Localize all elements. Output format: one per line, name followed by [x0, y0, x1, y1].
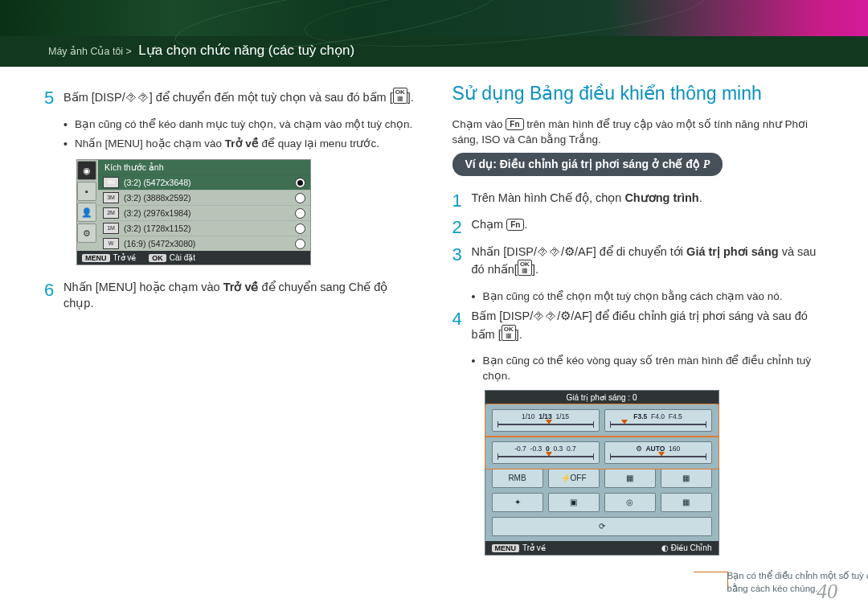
bullet: Bạn cũng có thể kéo vòng quay số trên mà… [472, 354, 825, 383]
section-heading: Sử dụng Bảng điều khiển thông minh [452, 83, 825, 105]
af-key: AF [574, 310, 589, 322]
size-icon: 1M [103, 223, 119, 234]
size-label: (3:2) (1728x1152) [124, 223, 190, 233]
image-size-menu: ◉ ▪ 👤 ⚙ Kích thước ảnh 5M(3:2) (5472x364… [76, 159, 311, 265]
gear-key: ⚙ [564, 245, 575, 258]
menu-row: W(16:9) (5472x3080) [98, 236, 310, 251]
menu-row: 3M(3:2) (3888x2592) [98, 190, 310, 205]
disp-key: DISP [95, 91, 122, 104]
size-label: (3:2) (3888x2592) [124, 193, 190, 203]
intro-text: Chạm vào Fn trên màn hình để truy cập và… [452, 117, 825, 148]
size-icon: 5M [103, 177, 119, 188]
ev-scale: -0.7 -0.3 0 0.3 0.7 [492, 441, 600, 464]
scale-row: 1/10 1/13 1/15 F3.5 F4.0 F4.5 [485, 404, 719, 437]
panel-button: ▦ [661, 469, 712, 488]
shutter-scale: 1/10 1/13 1/15 [492, 409, 600, 432]
scale-row-2: -0.7 -0.3 0 0.3 0.7 ⚙ AUTO 160 [485, 437, 719, 469]
callout-line [694, 572, 728, 590]
video-tab-icon: ▪ [77, 182, 96, 201]
smart-panel: Giá trị phơi sáng : 0 1/10 1/13 1/15 F3.… [485, 390, 719, 556]
menu-title: Kích thước ảnh [98, 160, 310, 174]
size-label: (16:9) (5472x3080) [124, 239, 195, 248]
ok-key: OK▦ [518, 260, 532, 276]
size-icon: 3M [103, 192, 119, 203]
iso-scale: ⚙ AUTO 160 [604, 441, 712, 464]
step-3: 3 Nhấn [DISP/⯑⯑/⚙/AF] để di chuyển tới G… [452, 244, 825, 278]
step-number: 3 [452, 243, 469, 267]
user-tab-icon: 👤 [77, 203, 96, 222]
aperture-scale: F3.5 F4.0 F4.5 [604, 409, 712, 432]
radio-icon [295, 223, 305, 234]
step-number: 2 [452, 215, 469, 240]
step-number: 5 [44, 86, 60, 110]
bullet: Bạn cũng có thể chọn một tuỳ chọn bằng c… [472, 289, 825, 304]
radio-icon [295, 239, 305, 249]
radio-icon [295, 178, 305, 188]
size-icon: W [103, 238, 119, 249]
menu-key-badge: MENU [492, 544, 520, 552]
ok-key-badge: OK [149, 254, 166, 262]
step-2: 2 Chạm Fn. [452, 217, 825, 233]
panel-button: ▦ [661, 493, 712, 512]
fn-key-badge: Fn [506, 219, 524, 231]
ok-key: OK▦ [502, 325, 516, 341]
panel-button: ⚡OFF [548, 469, 600, 488]
menu-list: Kích thước ảnh 5M(3:2) (5472x3648)3M(3:2… [98, 160, 310, 251]
af-key: AF [578, 245, 593, 258]
disp-key: DISP [502, 310, 530, 322]
disp-key: DISP [506, 245, 534, 258]
right-column: Sử dụng Bảng điều khiển thông minh Chạm … [452, 83, 825, 556]
step-number: 6 [44, 278, 60, 302]
size-label: (3:2) (5472x3648) [124, 178, 190, 187]
step-number: 4 [452, 307, 469, 331]
menu-key-badge: MENU [82, 254, 110, 262]
breadcrumb-root: Máy ảnh Của tôi > [48, 46, 132, 57]
radio-icon [295, 193, 305, 203]
step-1: 1 Trên Màn hình Chế độ, chọn Chương trìn… [452, 191, 825, 207]
header-banner [0, 0, 868, 36]
grid-key: ⯑⯑ [537, 245, 561, 258]
menu-row: 1M(3:2) (1728x1152) [98, 220, 310, 236]
menu-key: MENU [99, 281, 133, 293]
step-6: 6 Nhấn [MENU] hoặc chạm vào Trở về để ch… [44, 280, 416, 311]
step-4: 4 Bấm [DISP/⯑⯑/⚙/AF] để điều chỉnh giá t… [452, 309, 825, 342]
panel-button: ▦ [604, 469, 656, 488]
step-number: 1 [452, 189, 469, 213]
panel-footer: MENUTrở về ◐ Điều Chỉnh [485, 541, 719, 555]
panel-button: RMB [492, 469, 543, 488]
camera-tab-icon: ◉ [77, 161, 96, 180]
panel-button: ⟳ [492, 517, 712, 536]
gear-key: ⚙ [560, 310, 571, 322]
left-column: 5 Bấm [DISP/⯑⯑] để chuyển đến một tuỳ ch… [44, 83, 416, 556]
grid-key: ⯑⯑ [125, 91, 149, 104]
menu-row: 2M(3:2) (2976x1984) [98, 205, 310, 220]
panel-title: Giá trị phơi sáng : 0 [485, 391, 719, 404]
panel-button: ✦ [492, 493, 543, 512]
page-number: 40 [817, 580, 837, 604]
size-label: (3:2) (2976x1984) [124, 208, 190, 218]
example-pill: Ví dụ: Điều chỉnh giá trị phơi sáng ở ch… [452, 153, 723, 176]
panel-button: ◎ [604, 493, 656, 512]
menu-key: MENU [108, 137, 140, 150]
settings-tab-icon: ⚙ [77, 223, 96, 243]
dial-icon: ◐ [661, 543, 669, 552]
menu-row: 5M(3:2) (5472x3648) [98, 174, 310, 190]
bullet: Bạn cũng có thể kéo danh mục tuỳ chọn, v… [63, 117, 416, 132]
ok-key: OK▦ [393, 88, 407, 104]
callout-text: Bạn có thể điều chỉnh một số tuỳ chọn bằ… [727, 570, 869, 595]
grid-key: ⯑⯑ [533, 310, 557, 322]
radio-icon [295, 208, 305, 219]
size-icon: 2M [103, 207, 119, 219]
panel-buttons: RMB⚡OFF▦▦✦▣◎▦⟳ [485, 469, 719, 541]
panel-button: ▣ [548, 493, 600, 512]
menu-sidebar: ◉ ▪ 👤 ⚙ [77, 160, 98, 251]
menu-footer: MENUTrở về OKCài đặt [77, 251, 310, 264]
bullet: Nhấn [MENU] hoặc chạm vào Trở về để quay… [63, 137, 416, 151]
fn-key-badge: Fn [506, 118, 523, 130]
step-5: 5 Bấm [DISP/⯑⯑] để chuyển đến một tuỳ ch… [44, 88, 416, 106]
